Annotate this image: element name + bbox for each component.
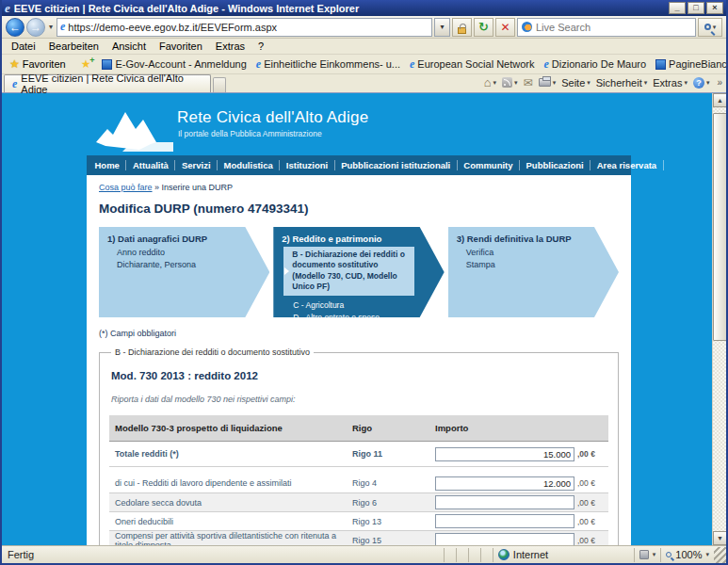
importo-input-rigo-13[interactable]: [435, 514, 574, 528]
ie-icon: e: [543, 57, 548, 72]
add-favorite-button[interactable]: ★: [76, 56, 98, 73]
address-dropdown-button[interactable]: ▾: [434, 18, 450, 37]
favorite-link-demauro[interactable]: e Dizionario De Mauro: [539, 56, 651, 73]
print-button[interactable]: ▾: [539, 78, 557, 87]
scroll-down-button[interactable]: ▼: [713, 531, 726, 545]
tools-menu-button[interactable]: Extras▾: [653, 77, 688, 89]
nav-item-home[interactable]: Home: [89, 160, 126, 170]
stop-button[interactable]: ✕: [495, 18, 515, 37]
breadcrumb: Cosa può fare » Inserire una DURP: [99, 183, 619, 192]
active-section-b[interactable]: B - Dichiarazione dei redditi o document…: [283, 247, 413, 296]
nav-item-pubblicazioni[interactable]: Pubblicazioni: [520, 160, 590, 170]
safety-menu-button[interactable]: Sicherheit▾: [596, 77, 647, 89]
minimize-button[interactable]: _: [669, 2, 686, 14]
browser-window: e EEVE citizien | Rete Civica dell'Alto …: [0, 0, 728, 565]
history-dropdown-icon[interactable]: ▾: [47, 23, 55, 31]
vertical-scrollbar[interactable]: ▲ ▼: [712, 93, 726, 545]
favorite-link-egov[interactable]: E-Gov-Account - Anmeldung: [97, 56, 251, 73]
protected-mode-segment[interactable]: ▾: [634, 548, 661, 562]
site-title: Rete Civica dell'Alto Adige: [177, 108, 368, 127]
nav-item-modulistica[interactable]: Modulistica: [218, 160, 280, 170]
nav-item-attualita[interactable]: Attualità: [126, 160, 175, 170]
favorite-link-esn[interactable]: e European Social Network: [405, 56, 539, 73]
ie-icon: e: [256, 57, 261, 72]
step2-item-c[interactable]: C - Agricoltura: [293, 299, 415, 312]
favorite-link-paginebianche[interactable]: PagineBianche.it: [651, 56, 726, 73]
page-favicon-icon: e: [60, 20, 65, 34]
table-row: di cui - Redditi di lavoro dipendente e …: [109, 474, 608, 492]
step1-item: Dichiarante, Persona: [117, 259, 241, 271]
resize-grip[interactable]: [714, 547, 726, 563]
tab-eeve[interactable]: e EEVE citizien | Rete Civica dell'Alto …: [4, 74, 211, 92]
mountain-logo-icon: [94, 101, 173, 152]
menu-help[interactable]: ?: [252, 40, 269, 53]
address-field[interactable]: e: [57, 18, 432, 37]
wizard-step-2-active[interactable]: 2) Reddito e patrimonio B - Dichiarazion…: [273, 227, 444, 317]
table-row: Cedolare secca dovuta Rigo 6 ,00 €: [109, 492, 608, 511]
close-button[interactable]: ×: [706, 2, 723, 14]
command-bar: ⌂▾ ▾ ✉ ▾ Seite▾ Sicherheit▾ Extras▾ ?▾ »: [484, 73, 724, 92]
site-square-icon: [102, 59, 112, 70]
command-overflow-chevron[interactable]: »: [715, 77, 724, 88]
favorites-button[interactable]: ★ Favoriten: [5, 56, 71, 73]
search-box[interactable]: [517, 18, 696, 37]
search-go-button[interactable]: ▾: [698, 18, 722, 37]
menu-favoriten[interactable]: Favoriten: [154, 40, 208, 53]
section-b-fieldset: B - Dichiarazione dei redditi o document…: [99, 347, 619, 545]
url-input[interactable]: [68, 22, 429, 33]
importo-input-rigo-15[interactable]: [435, 533, 574, 545]
importo-input-rigo-6[interactable]: [435, 495, 574, 509]
favorite-link-einheitliche[interactable]: e Einheitliche Einkommens- u...: [251, 56, 405, 73]
address-bar: ← → ▾ e ▾ ↻ ✕ ▾: [2, 16, 726, 39]
ssl-lock-button[interactable]: [452, 18, 472, 37]
form-heading: Mod. 730 2013 : reddito 2012: [111, 370, 608, 381]
ie-icon: e: [410, 57, 414, 72]
importo-input-rigo-11[interactable]: [435, 447, 574, 461]
rss-icon: [502, 77, 512, 88]
step2-item-d[interactable]: D - Altre entrate e spese: [293, 312, 415, 324]
tab-bar: e EEVE citizien | Rete Civica dell'Alto …: [2, 74, 726, 93]
menu-bearbeiten[interactable]: Bearbeiten: [43, 40, 105, 53]
search-input[interactable]: [536, 22, 691, 33]
page-viewport: Rete Civica dell'Alto Adige Il portale d…: [2, 93, 726, 545]
nav-item-area-riservata[interactable]: Area riservata: [590, 160, 663, 170]
nav-item-community[interactable]: Community: [458, 160, 520, 170]
status-segment: [444, 548, 456, 562]
importo-input-rigo-4[interactable]: [435, 476, 574, 491]
read-mail-button[interactable]: ✉: [524, 76, 533, 89]
menu-ansicht[interactable]: Ansicht: [106, 40, 152, 53]
feeds-button[interactable]: ▾: [502, 77, 518, 88]
nav-item-servizi[interactable]: Servizi: [175, 160, 218, 170]
scroll-up-button[interactable]: ▲: [713, 93, 726, 107]
security-zone-segment: Internet: [493, 548, 634, 562]
live-search-logo-icon: [522, 22, 532, 32]
favorites-bar: ★ Favoriten ★ E-Gov-Account - Anmeldung …: [2, 55, 726, 74]
breadcrumb-link[interactable]: Cosa può fare: [99, 183, 153, 192]
menu-extras[interactable]: Extras: [210, 40, 251, 53]
nav-item-pubblicazioni-istituzionali[interactable]: Pubblicazioni istituzionali: [335, 160, 458, 170]
breadcrumb-separator: »: [154, 183, 159, 192]
zoom-segment[interactable]: 100% ▾: [660, 548, 714, 562]
wizard-step-3[interactable]: 3) Rendi definitiva la DURP Verifica Sta…: [448, 227, 619, 317]
table-row: Compensi per attività sportiva dilettant…: [109, 530, 608, 545]
new-tab-button[interactable]: [213, 77, 226, 92]
search-dropdown-icon[interactable]: ▾: [713, 24, 717, 31]
lock-icon: [458, 27, 466, 34]
wizard-step-1[interactable]: 1) Dati anagrafici DURP Anno reddito Dic…: [99, 227, 269, 317]
nav-item-istituzioni[interactable]: Istituzioni: [280, 160, 334, 170]
forward-button[interactable]: →: [26, 18, 45, 37]
page-menu-button[interactable]: Seite▾: [561, 77, 590, 89]
scrollbar-thumb[interactable]: [713, 113, 726, 341]
web-page: Rete Civica dell'Alto Adige Il portale d…: [87, 93, 631, 545]
menu-datei[interactable]: Datei: [6, 40, 41, 53]
back-button[interactable]: ←: [6, 18, 24, 37]
home-icon: ⌂: [484, 76, 492, 89]
status-segment: [456, 548, 468, 562]
main-nav: Home Attualità Servizi Modulistica Istit…: [87, 155, 631, 175]
home-button[interactable]: ⌂▾: [484, 76, 496, 89]
restore-button[interactable]: □: [688, 2, 704, 14]
breadcrumb-current: Inserire una DURP: [162, 183, 234, 192]
help-button[interactable]: ?▾: [693, 77, 710, 89]
printer-icon: [539, 78, 551, 87]
refresh-button[interactable]: ↻: [474, 18, 493, 37]
